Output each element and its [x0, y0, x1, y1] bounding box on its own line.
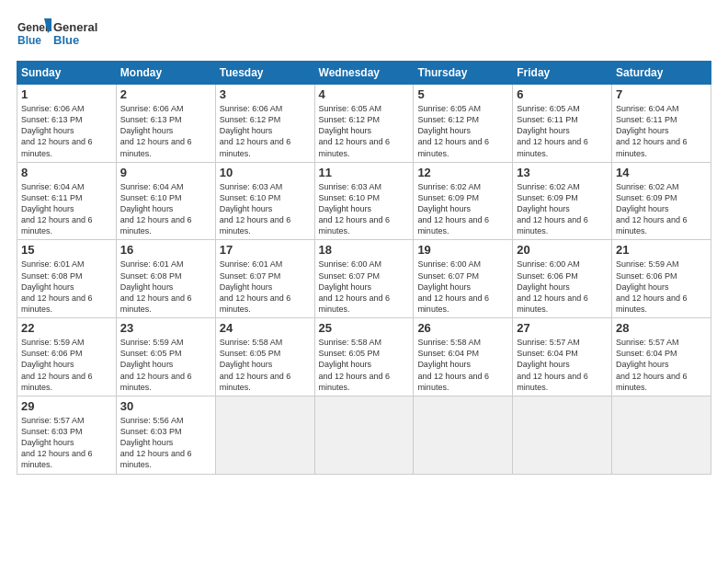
cell-info: Sunrise: 5:58 AMSunset: 6:05 PMDaylight …	[220, 337, 311, 393]
header-friday: Friday	[513, 62, 612, 85]
cell-info: Sunrise: 6:05 AMSunset: 6:12 PMDaylight …	[417, 103, 508, 159]
calendar-cell	[314, 396, 414, 474]
week-row-2: 8 Sunrise: 6:04 AMSunset: 6:11 PMDayligh…	[17, 162, 711, 240]
calendar-cell	[215, 396, 314, 474]
cell-info: Sunrise: 6:00 AMSunset: 6:07 PMDaylight …	[417, 259, 508, 315]
cell-info: Sunrise: 5:59 AMSunset: 6:06 PMDaylight …	[21, 337, 112, 393]
day-number: 18	[319, 243, 410, 257]
cell-info: Sunrise: 6:00 AMSunset: 6:07 PMDaylight …	[319, 259, 410, 315]
calendar-cell: 8 Sunrise: 6:04 AMSunset: 6:11 PMDayligh…	[17, 162, 117, 240]
day-number: 25	[319, 321, 410, 335]
header-saturday: Saturday	[612, 62, 711, 85]
calendar-cell: 1 Sunrise: 6:06 AMSunset: 6:13 PMDayligh…	[17, 85, 117, 163]
calendar-cell: 10 Sunrise: 6:03 AMSunset: 6:10 PMDaylig…	[215, 162, 314, 240]
cell-info: Sunrise: 6:05 AMSunset: 6:11 PMDaylight …	[517, 103, 608, 159]
day-number: 27	[517, 321, 608, 335]
cell-info: Sunrise: 6:00 AMSunset: 6:06 PMDaylight …	[517, 259, 608, 315]
calendar-cell: 16 Sunrise: 6:01 AMSunset: 6:08 PMDaylig…	[116, 240, 215, 318]
cell-info: Sunrise: 6:02 AMSunset: 6:09 PMDaylight …	[417, 181, 508, 237]
calendar-cell: 24 Sunrise: 5:58 AMSunset: 6:05 PMDaylig…	[215, 318, 314, 396]
day-number: 21	[616, 243, 707, 257]
calendar-cell: 30 Sunrise: 5:56 AMSunset: 6:03 PMDaylig…	[116, 396, 215, 474]
calendar-cell: 13 Sunrise: 6:02 AMSunset: 6:09 PMDaylig…	[513, 162, 612, 240]
calendar-cell: 6 Sunrise: 6:05 AMSunset: 6:11 PMDayligh…	[513, 85, 612, 163]
cell-info: Sunrise: 5:58 AMSunset: 6:05 PMDaylight …	[319, 337, 410, 393]
week-row-3: 15 Sunrise: 6:01 AMSunset: 6:08 PMDaylig…	[17, 240, 711, 318]
calendar-cell: 14 Sunrise: 6:02 AMSunset: 6:09 PMDaylig…	[612, 162, 711, 240]
header-wednesday: Wednesday	[314, 62, 414, 85]
calendar-cell: 25 Sunrise: 5:58 AMSunset: 6:05 PMDaylig…	[314, 318, 414, 396]
day-number: 13	[517, 166, 608, 179]
cell-info: Sunrise: 6:04 AMSunset: 6:10 PMDaylight …	[120, 181, 211, 237]
cell-info: Sunrise: 6:04 AMSunset: 6:11 PMDaylight …	[616, 103, 707, 159]
logo-blue-text: Blue	[53, 34, 97, 47]
day-number: 28	[616, 321, 707, 335]
calendar-cell: 7 Sunrise: 6:04 AMSunset: 6:11 PMDayligh…	[612, 85, 711, 163]
logo: General Blue General Blue	[17, 17, 97, 52]
cell-info: Sunrise: 6:04 AMSunset: 6:11 PMDaylight …	[21, 181, 112, 237]
calendar-cell: 5 Sunrise: 6:05 AMSunset: 6:12 PMDayligh…	[414, 85, 513, 163]
logo-general-text: General	[53, 21, 97, 34]
day-number: 17	[220, 243, 311, 257]
header: General Blue General Blue	[17, 17, 711, 52]
day-number: 19	[417, 243, 508, 257]
day-number: 22	[21, 321, 112, 335]
calendar-cell: 12 Sunrise: 6:02 AMSunset: 6:09 PMDaylig…	[414, 162, 513, 240]
day-number: 5	[417, 87, 508, 101]
cell-info: Sunrise: 6:02 AMSunset: 6:09 PMDaylight …	[517, 181, 608, 237]
calendar-cell	[414, 396, 513, 474]
calendar-cell: 11 Sunrise: 6:03 AMSunset: 6:10 PMDaylig…	[314, 162, 414, 240]
cell-info: Sunrise: 6:03 AMSunset: 6:10 PMDaylight …	[319, 181, 410, 237]
svg-text:Blue: Blue	[17, 34, 41, 47]
calendar-cell: 2 Sunrise: 6:06 AMSunset: 6:13 PMDayligh…	[116, 85, 215, 163]
calendar-cell	[513, 396, 612, 474]
day-number: 4	[319, 87, 410, 101]
calendar-cell: 28 Sunrise: 5:57 AMSunset: 6:04 PMDaylig…	[612, 318, 711, 396]
calendar-cell: 27 Sunrise: 5:57 AMSunset: 6:04 PMDaylig…	[513, 318, 612, 396]
cell-info: Sunrise: 6:01 AMSunset: 6:08 PMDaylight …	[21, 259, 112, 315]
cell-info: Sunrise: 6:01 AMSunset: 6:07 PMDaylight …	[220, 259, 311, 315]
day-number: 14	[616, 166, 707, 179]
day-number: 11	[319, 166, 410, 179]
calendar-table: SundayMondayTuesdayWednesdayThursdayFrid…	[17, 61, 711, 475]
day-number: 6	[517, 87, 608, 101]
cell-info: Sunrise: 5:58 AMSunset: 6:04 PMDaylight …	[417, 337, 508, 393]
calendar-cell: 18 Sunrise: 6:00 AMSunset: 6:07 PMDaylig…	[314, 240, 414, 318]
calendar-cell: 26 Sunrise: 5:58 AMSunset: 6:04 PMDaylig…	[414, 318, 513, 396]
day-number: 1	[21, 87, 112, 101]
day-number: 20	[517, 243, 608, 257]
day-number: 10	[220, 166, 311, 179]
cell-info: Sunrise: 6:06 AMSunset: 6:13 PMDaylight …	[120, 103, 211, 159]
cell-info: Sunrise: 5:57 AMSunset: 6:03 PMDaylight …	[21, 415, 112, 471]
cell-info: Sunrise: 6:06 AMSunset: 6:13 PMDaylight …	[21, 103, 112, 159]
cell-info: Sunrise: 6:01 AMSunset: 6:08 PMDaylight …	[120, 259, 211, 315]
day-number: 7	[616, 87, 707, 101]
logo-svg: General Blue	[17, 17, 51, 52]
calendar-cell: 15 Sunrise: 6:01 AMSunset: 6:08 PMDaylig…	[17, 240, 117, 318]
day-number: 8	[21, 166, 112, 179]
day-number: 2	[120, 87, 211, 101]
header-thursday: Thursday	[414, 62, 513, 85]
header-sunday: Sunday	[17, 62, 117, 85]
page: General Blue General Blue SundayMondayTu…	[0, 0, 728, 563]
calendar-cell: 9 Sunrise: 6:04 AMSunset: 6:10 PMDayligh…	[116, 162, 215, 240]
calendar-cell: 20 Sunrise: 6:00 AMSunset: 6:06 PMDaylig…	[513, 240, 612, 318]
day-number: 30	[120, 399, 211, 413]
day-number: 15	[21, 243, 112, 257]
cell-info: Sunrise: 5:59 AMSunset: 6:05 PMDaylight …	[120, 337, 211, 393]
day-number: 9	[120, 166, 211, 179]
week-row-5: 29 Sunrise: 5:57 AMSunset: 6:03 PMDaylig…	[17, 396, 711, 474]
calendar-cell: 21 Sunrise: 5:59 AMSunset: 6:06 PMDaylig…	[612, 240, 711, 318]
day-number: 26	[417, 321, 508, 335]
cell-info: Sunrise: 5:57 AMSunset: 6:04 PMDaylight …	[517, 337, 608, 393]
calendar-cell: 3 Sunrise: 6:06 AMSunset: 6:12 PMDayligh…	[215, 85, 314, 163]
header-tuesday: Tuesday	[215, 62, 314, 85]
calendar-cell: 4 Sunrise: 6:05 AMSunset: 6:12 PMDayligh…	[314, 85, 414, 163]
day-number: 12	[417, 166, 508, 179]
day-number: 23	[120, 321, 211, 335]
cell-info: Sunrise: 6:05 AMSunset: 6:12 PMDaylight …	[319, 103, 410, 159]
cell-info: Sunrise: 5:57 AMSunset: 6:04 PMDaylight …	[616, 337, 707, 393]
calendar-cell: 19 Sunrise: 6:00 AMSunset: 6:07 PMDaylig…	[414, 240, 513, 318]
cell-info: Sunrise: 6:03 AMSunset: 6:10 PMDaylight …	[220, 181, 311, 237]
calendar-cell: 29 Sunrise: 5:57 AMSunset: 6:03 PMDaylig…	[17, 396, 117, 474]
